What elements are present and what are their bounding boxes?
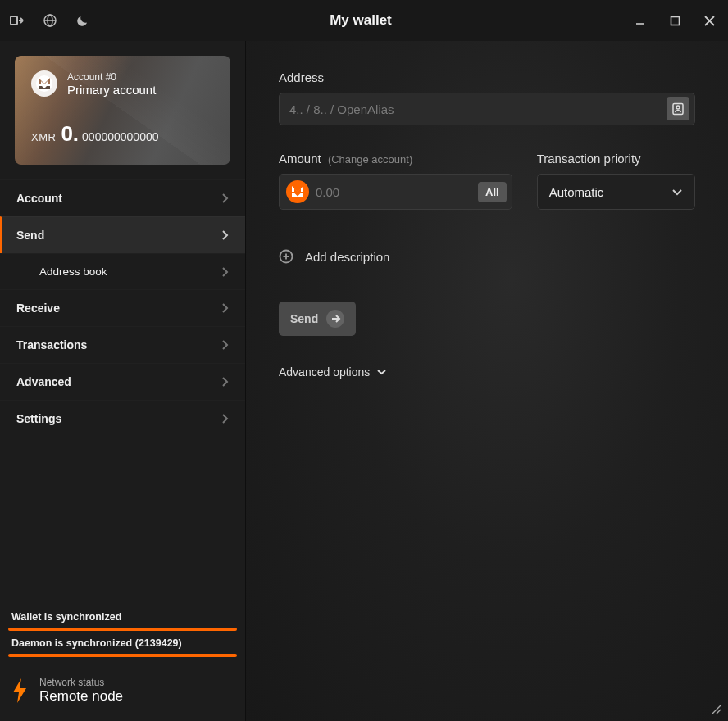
svg-rect-3 xyxy=(671,16,679,25)
nav-item-send[interactable]: Send xyxy=(0,216,245,253)
nav-item-account[interactable]: Account xyxy=(0,179,245,216)
bolt-icon xyxy=(11,678,28,703)
nav-label: Account xyxy=(16,192,62,205)
chevron-right-icon xyxy=(221,229,229,241)
arrow-right-circle-icon xyxy=(326,310,344,328)
nav-label: Settings xyxy=(16,412,61,425)
account-card[interactable]: Account #0 Primary account XMR 0. 000000… xyxy=(15,56,230,165)
balance-integer: 0. xyxy=(61,121,79,147)
chevron-right-icon xyxy=(221,376,229,388)
chevron-down-icon xyxy=(671,188,683,196)
priority-value: Automatic xyxy=(549,185,604,199)
chevron-right-icon xyxy=(221,193,229,204)
balance: XMR 0. 000000000000 xyxy=(31,121,214,147)
add-description-button[interactable]: Add description xyxy=(279,249,695,264)
balance-currency: XMR xyxy=(31,131,56,143)
lock-wallet-icon[interactable] xyxy=(10,13,25,28)
amount-label: Amount (Change account) xyxy=(279,152,512,166)
priority-select[interactable]: Automatic xyxy=(537,174,695,210)
minimize-button[interactable] xyxy=(631,11,649,29)
wallet-sync-label: Wallet is synchronized xyxy=(11,611,234,623)
nav-label: Receive xyxy=(16,302,60,315)
network-status-label: Network status xyxy=(39,677,123,688)
advanced-options-label: Advanced options xyxy=(279,365,370,379)
maximize-button[interactable] xyxy=(666,11,684,29)
close-button[interactable] xyxy=(700,11,718,29)
sidebar: Account #0 Primary account XMR 0. 000000… xyxy=(0,41,246,721)
nav-item-settings[interactable]: Settings xyxy=(0,400,245,437)
nav-label: Transactions xyxy=(16,338,87,351)
nav-item-advanced[interactable]: Advanced xyxy=(0,363,245,400)
nav-item-address-book[interactable]: Address book xyxy=(0,253,245,289)
globe-icon[interactable] xyxy=(43,13,57,28)
network-status-value: Remote node xyxy=(39,688,123,705)
send-button-label: Send xyxy=(290,312,318,325)
priority-label: Transaction priority xyxy=(537,152,695,166)
balance-decimals: 000000000000 xyxy=(82,130,158,143)
address-input-wrap xyxy=(279,93,695,125)
monero-logo-icon xyxy=(31,70,57,97)
monero-icon xyxy=(286,180,309,203)
chevron-right-icon xyxy=(221,339,229,351)
sync-status-block: Wallet is synchronized Daemon is synchro… xyxy=(0,606,245,670)
nav-label: Advanced xyxy=(16,375,71,388)
amount-label-text: Amount xyxy=(279,152,321,166)
wallet-sync-bar xyxy=(8,628,237,631)
window-title: My wallet xyxy=(90,12,631,29)
svg-point-6 xyxy=(676,106,680,109)
address-label: Address xyxy=(279,70,695,84)
chevron-right-icon xyxy=(221,266,229,278)
send-button[interactable]: Send xyxy=(279,302,356,336)
chevron-down-icon xyxy=(376,369,387,375)
resize-grip-icon[interactable] xyxy=(710,703,723,716)
account-name: Primary account xyxy=(67,83,156,97)
change-account-link[interactable]: (Change account) xyxy=(328,153,412,166)
network-status[interactable]: Network status Remote node xyxy=(0,670,245,721)
advanced-options-toggle[interactable]: Advanced options xyxy=(279,365,695,379)
address-input[interactable] xyxy=(289,102,667,116)
nav-label: Address book xyxy=(39,265,107,278)
sidebar-nav: Account Send Address book Receive xyxy=(0,179,245,437)
chevron-right-icon xyxy=(221,302,229,314)
nav-label: Send xyxy=(16,229,44,242)
theme-moon-icon[interactable] xyxy=(75,13,90,28)
amount-input[interactable] xyxy=(316,185,471,199)
svg-rect-0 xyxy=(11,16,17,25)
account-number: Account #0 xyxy=(67,71,156,83)
nav-item-receive[interactable]: Receive xyxy=(0,289,245,326)
amount-input-wrap: All xyxy=(279,174,512,210)
daemon-sync-label: Daemon is synchronized (2139429) xyxy=(11,637,234,649)
chevron-right-icon xyxy=(221,413,229,424)
nav-item-transactions[interactable]: Transactions xyxy=(0,326,245,363)
plus-circle-icon xyxy=(279,249,293,264)
all-button[interactable]: All xyxy=(478,182,507,202)
address-book-button[interactable] xyxy=(667,97,689,120)
daemon-sync-bar xyxy=(8,654,237,657)
add-description-label: Add description xyxy=(305,250,389,264)
main-panel: Address Amount (Change account) xyxy=(246,41,728,721)
